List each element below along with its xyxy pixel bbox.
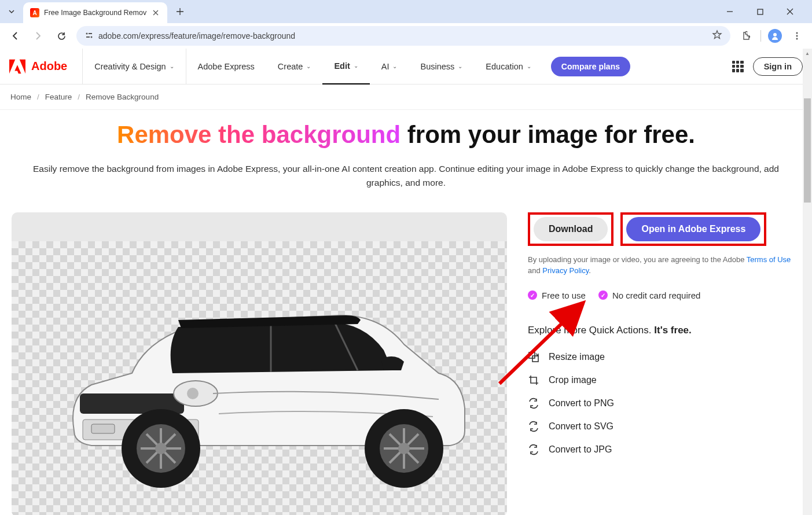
svg-rect-11 [91,424,115,433]
chevron-down-icon: ⌄ [354,62,358,69]
explore-heading: Explore more Quick Actions. It's free. [528,325,800,336]
nav-express[interactable]: Adobe Express [186,49,266,84]
svg-point-3 [91,36,93,38]
compare-plans-button[interactable]: Compare plans [551,57,630,76]
close-button[interactable] [780,3,800,20]
nav-create[interactable]: Create ⌄ [266,49,323,84]
resize-icon [528,351,539,363]
terms-of-use-link[interactable]: Terms of Use [747,255,791,264]
check-icon: ✓ [598,290,608,300]
adobe-logo-text: Adobe [31,60,67,73]
breadcrumb-current: Remove Background [86,93,159,101]
open-highlight: Open in Adobe Express [620,212,766,246]
address-bar[interactable]: adobe.com/express/feature/image/remove-b… [76,26,730,46]
new-tab-button[interactable] [172,3,188,20]
nav-business[interactable]: Business ⌄ [409,49,474,84]
forward-button[interactable] [30,28,46,44]
menu-icon[interactable] [789,28,805,44]
headline-gradient: Remove the background [117,121,401,148]
action-buttons-row: Download Open in Adobe Express [528,212,800,246]
side-panel: Download Open in Adobe Express By upload… [528,212,800,515]
svg-rect-2 [89,33,92,34]
qa-convert-png[interactable]: Convert to PNG [528,398,800,409]
image-panel-body [12,241,507,515]
window-controls [719,3,807,20]
tab-bar: A Free Image Background Remov [0,0,812,23]
maximize-button[interactable] [749,3,770,20]
svg-point-7 [796,35,798,37]
svg-rect-29 [532,356,538,362]
minimize-button[interactable] [719,3,740,20]
bookmark-star-icon[interactable] [712,30,722,42]
svg-point-27 [398,443,410,454]
convert-icon [528,444,539,455]
tab-search-button[interactable] [5,5,19,19]
back-button[interactable] [7,28,23,44]
page-subtitle: Easily remove the background from images… [12,162,800,189]
site-settings-icon[interactable] [84,31,94,42]
breadcrumb-feature[interactable]: Feature [45,93,72,101]
header-right: Sign in [732,57,803,76]
chevron-down-icon: ⌄ [306,63,311,69]
svg-point-20 [155,443,167,454]
page-title: Remove the background from your image fo… [12,120,800,149]
chevron-down-icon: ⌄ [527,63,531,69]
image-preview-panel [12,212,507,515]
breadcrumb-separator: / [37,93,39,101]
quick-actions-list: Resize image Crop image Convert to PNG C… [528,351,800,455]
browser-toolbar: adobe.com/express/feature/image/remove-b… [0,23,812,49]
url-text: adobe.com/express/feature/image/remove-b… [98,31,707,41]
nav-education[interactable]: Education ⌄ [474,49,543,84]
extensions-icon[interactable] [737,28,754,44]
download-button[interactable]: Download [534,217,608,241]
convert-icon [528,398,539,409]
tab-favicon: A [30,8,39,17]
toolbar-divider [760,30,761,42]
breadcrumb-home[interactable]: Home [10,93,31,101]
open-in-express-button[interactable]: Open in Adobe Express [626,217,760,241]
svg-rect-0 [758,9,763,14]
main-content: Remove the background from your image fo… [0,110,812,515]
chevron-down-icon: ⌄ [458,63,462,69]
app-switcher-icon[interactable] [732,61,744,72]
tab-close-icon[interactable] [151,8,160,17]
qa-resize-image[interactable]: Resize image [528,351,800,363]
qa-convert-svg[interactable]: Convert to SVG [528,421,800,432]
svg-point-6 [796,32,798,34]
chevron-down-icon: ⌄ [392,63,397,69]
nav-creativity[interactable]: Creativity & Design ⌄ [83,49,185,84]
svg-point-5 [773,33,777,36]
svg-point-1 [86,32,88,34]
headline-rest: from your image for free. [401,121,695,148]
browser-tab[interactable]: A Free Image Background Remov [23,2,167,23]
reload-button[interactable] [53,28,69,44]
convert-icon [528,421,539,432]
qa-convert-jpg[interactable]: Convert to JPG [528,444,800,455]
scrollbar-up-icon[interactable]: ▲ [803,49,812,58]
check-icon: ✓ [528,290,537,300]
adobe-logo-icon [9,59,25,74]
page-viewport: ▲ Adobe Creativity & Design ⌄ Adobe Expr… [0,49,812,515]
crop-icon [528,374,539,386]
signin-button[interactable]: Sign in [753,57,803,76]
scrollbar-track[interactable]: ▲ [803,49,812,515]
download-highlight: Download [528,212,613,246]
svg-point-8 [796,38,798,40]
privacy-policy-link[interactable]: Privacy Policy [542,266,589,275]
nav-edit[interactable]: Edit ⌄ [322,49,369,84]
scrollbar-thumb[interactable] [804,98,811,203]
image-panel-header [12,212,507,241]
browser-chrome: A Free Image Background Remov [0,0,812,49]
benefit-free: ✓ Free to use [528,290,586,300]
qa-crop-image[interactable]: Crop image [528,374,800,386]
breadcrumb-separator: / [78,93,80,101]
tab-title: Free Image Background Remov [44,9,146,17]
svg-rect-28 [529,352,535,358]
chevron-down-icon: ⌄ [170,63,174,69]
car-image [34,258,485,501]
nav-ai[interactable]: AI ⌄ [370,49,409,84]
content-row: Download Open in Adobe Express By upload… [12,212,800,515]
benefit-nocard: ✓ No credit card required [598,290,701,300]
adobe-logo[interactable]: Adobe [9,59,82,74]
profile-icon[interactable] [768,29,782,43]
